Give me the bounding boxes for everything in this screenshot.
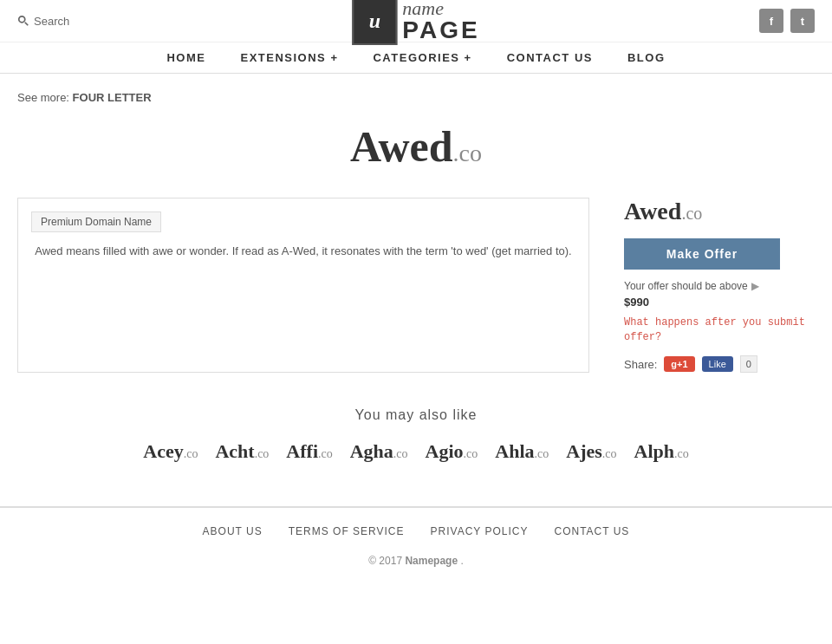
- similar-domain-item[interactable]: Ajes.co: [566, 440, 616, 463]
- google-plus-button[interactable]: g+1: [664, 356, 694, 372]
- domain-info-box: Premium Domain Name Awed means filled wi…: [17, 198, 589, 373]
- main-content: See more: FOUR LETTER Awed.co Premium Do…: [0, 74, 832, 506]
- footer-link-contact[interactable]: CONTACT US: [554, 525, 629, 537]
- similar-domain-item[interactable]: Agio.co: [426, 440, 478, 463]
- also-like-heading: You may also like: [17, 407, 815, 423]
- similar-domain-name: Acht.co: [215, 440, 269, 462]
- footer-credit-name[interactable]: Namepage: [405, 555, 458, 567]
- footer-link-about[interactable]: ABOUT US: [203, 525, 263, 537]
- similar-domain-tld: .co: [255, 447, 270, 460]
- social-links: f t: [759, 9, 815, 33]
- domain-display-name: Awed.co: [350, 122, 482, 171]
- domain-offer-title: Awed.co: [624, 198, 815, 225]
- similar-domain-name: Agha.co: [350, 440, 408, 462]
- similar-domain-tld: .co: [602, 447, 617, 460]
- similar-domain-tld: .co: [184, 447, 198, 460]
- also-like-section: You may also like Acey.coAcht.coAffi.coA…: [17, 407, 815, 463]
- footer: ABOUT USTERMS OF SERVICEPRIVACY POLICYCO…: [0, 506, 832, 584]
- domain-content: Premium Domain Name Awed means filled wi…: [17, 198, 815, 373]
- share-row: Share: g+1 Like 0: [624, 355, 815, 373]
- similar-domain-item[interactable]: Ahla.co: [495, 440, 549, 463]
- similar-domains-list: Acey.coAcht.coAffi.coAgha.coAgio.coAhla.…: [17, 440, 815, 463]
- similar-domain-name: Acey.co: [143, 440, 198, 462]
- similar-domain-name: Ahla.co: [495, 440, 549, 462]
- share-label: Share:: [624, 358, 657, 371]
- nav-blog[interactable]: BLOG: [627, 51, 666, 64]
- make-offer-button[interactable]: Make Offer: [624, 238, 780, 270]
- search-label: Search: [34, 15, 69, 28]
- logo-name: name: [402, 0, 479, 18]
- logo-icon-letter: u: [369, 10, 380, 33]
- domain-description: Awed means filled with awe or wonder. If…: [31, 243, 575, 261]
- search-icon: [17, 15, 29, 27]
- similar-domain-name: Affi.co: [286, 440, 332, 462]
- similar-domain-item[interactable]: Alph.co: [634, 440, 689, 463]
- domain-tld-display: .co: [453, 140, 482, 166]
- domain-title: Awed.co: [17, 121, 815, 172]
- facebook-icon[interactable]: f: [759, 9, 783, 33]
- site-logo[interactable]: u name PAGE: [352, 0, 479, 45]
- offer-arrow-icon: ▶: [751, 280, 759, 292]
- breadcrumb: See more: FOUR LETTER: [17, 91, 815, 104]
- facebook-like-button[interactable]: Like: [702, 356, 733, 372]
- offer-after-link[interactable]: What happens after you submit offer?: [624, 316, 805, 343]
- see-more-prefix: See more:: [17, 91, 69, 104]
- similar-domain-name: Ajes.co: [566, 440, 616, 462]
- nav-contact[interactable]: CONTACT US: [507, 51, 593, 64]
- twitter-icon[interactable]: t: [790, 9, 815, 33]
- premium-badge: Premium Domain Name: [31, 211, 161, 232]
- footer-link-terms[interactable]: TERMS OF SERVICE: [289, 525, 405, 537]
- svg-point-0: [19, 16, 25, 23]
- offer-hint: Your offer should be above ▶: [624, 280, 815, 292]
- similar-domain-tld: .co: [535, 447, 549, 460]
- similar-domain-tld: .co: [318, 447, 333, 460]
- footer-credit: © 2017 Namepage .: [17, 555, 815, 567]
- similar-domain-item[interactable]: Agha.co: [350, 440, 408, 463]
- logo-text: name PAGE: [402, 0, 479, 42]
- similar-domain-item[interactable]: Acht.co: [215, 440, 269, 463]
- four-letter-link[interactable]: FOUR LETTER: [73, 91, 152, 104]
- nav-categories[interactable]: CATEGORIES +: [373, 51, 471, 64]
- offer-amount: $990: [624, 296, 815, 309]
- logo-icon-box: u: [352, 0, 397, 45]
- domain-name-text: Awed: [350, 122, 453, 171]
- footer-credit-suffix: .: [460, 555, 463, 567]
- similar-domain-item[interactable]: Affi.co: [286, 440, 332, 463]
- nav-home[interactable]: HOME: [166, 51, 205, 64]
- footer-links: ABOUT USTERMS OF SERVICEPRIVACY POLICYCO…: [17, 525, 815, 537]
- facebook-count: 0: [740, 355, 757, 373]
- similar-domain-tld: .co: [393, 447, 408, 460]
- domain-offer-panel: Awed.co Make Offer Your offer should be …: [624, 198, 815, 373]
- svg-line-1: [25, 23, 29, 26]
- similar-domain-name: Alph.co: [634, 440, 689, 462]
- similar-domain-tld: .co: [464, 447, 478, 460]
- logo-page: PAGE: [402, 18, 479, 42]
- header: Search u name PAGE f t: [0, 0, 832, 42]
- main-nav: HOME EXTENSIONS + CATEGORIES + CONTACT U…: [0, 42, 832, 74]
- similar-domain-tld: .co: [674, 447, 689, 460]
- similar-domain-item[interactable]: Acey.co: [143, 440, 198, 463]
- similar-domain-name: Agio.co: [426, 440, 478, 462]
- footer-link-privacy[interactable]: PRIVACY POLICY: [431, 525, 529, 537]
- search-button[interactable]: Search: [17, 15, 69, 28]
- nav-extensions[interactable]: EXTENSIONS +: [240, 51, 338, 64]
- footer-credit-prefix: © 2017: [368, 555, 402, 567]
